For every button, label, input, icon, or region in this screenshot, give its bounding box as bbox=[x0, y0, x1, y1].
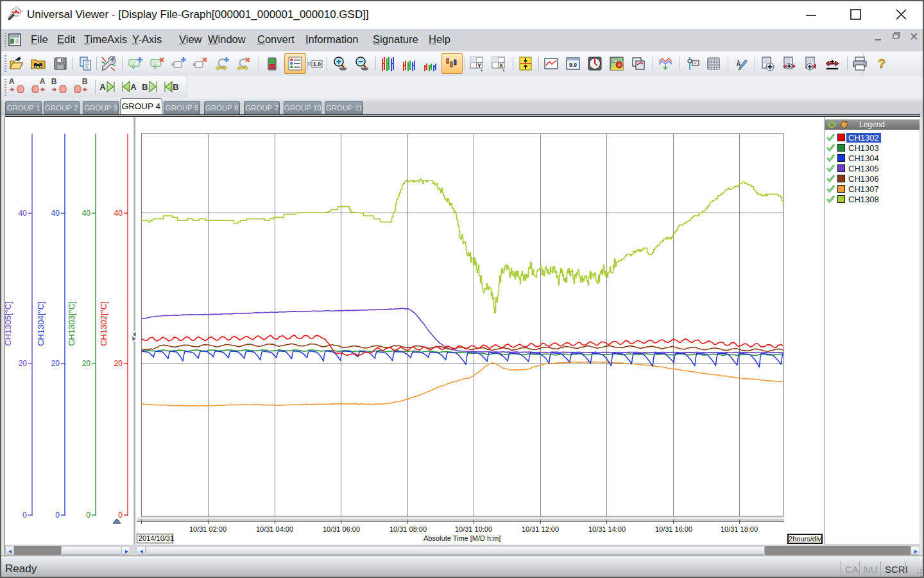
svg-text:A: A bbox=[130, 82, 137, 92]
svg-text:B: B bbox=[51, 78, 57, 86]
svg-text:B: B bbox=[142, 82, 148, 92]
svg-text:9.9: 9.9 bbox=[569, 62, 577, 68]
svg-text:A: A bbox=[99, 82, 106, 92]
svg-text:A: A bbox=[9, 78, 15, 86]
svg-text:B: B bbox=[173, 82, 178, 92]
svg-text:?: ? bbox=[878, 57, 886, 71]
svg-text:Y: Y bbox=[477, 62, 481, 69]
svg-text:A: A bbox=[40, 78, 46, 86]
svg-text:1.0: 1.0 bbox=[313, 61, 321, 67]
svg-text:X: X bbox=[499, 62, 503, 69]
svg-text:B: B bbox=[82, 78, 88, 86]
